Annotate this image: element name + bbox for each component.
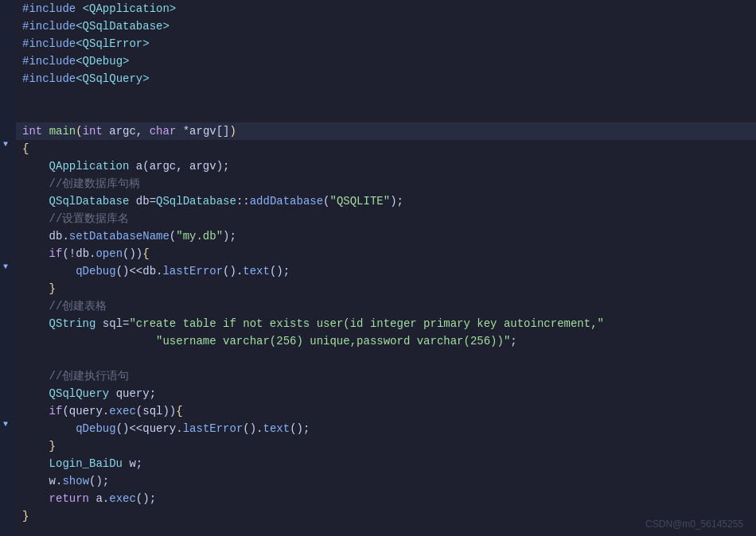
code-line: #include<QDebug> bbox=[16, 52, 756, 70]
code-line: QSqlQuery query; bbox=[16, 385, 756, 402]
code-line: #include <QApplication> bbox=[16, 0, 756, 17]
code-line: "username varchar(256) unique,password v… bbox=[16, 332, 756, 350]
collapse-arrow[interactable]: ▼ bbox=[3, 140, 8, 149]
code-content[interactable]: #include <QApplication>#include<QSqlData… bbox=[16, 0, 756, 536]
code-line: #include<QSqlError> bbox=[16, 35, 756, 52]
code-line: //创建数据库句柄 bbox=[16, 175, 756, 192]
code-line: int main(int argc, char *argv[]) bbox=[16, 122, 756, 140]
code-line: } bbox=[16, 280, 756, 297]
code-line: QApplication a(argc, argv); bbox=[16, 157, 756, 175]
code-line: qDebug()<<query.lastError().text(); bbox=[16, 420, 756, 437]
code-line: { bbox=[16, 140, 756, 157]
code-line: db.setDatabaseName("my.db"); bbox=[16, 227, 756, 245]
collapse-arrow[interactable]: ▼ bbox=[3, 420, 8, 429]
code-line bbox=[16, 105, 756, 122]
code-line: } bbox=[16, 437, 756, 455]
code-line: //创建执行语句 bbox=[16, 367, 756, 385]
code-line: w.show(); bbox=[16, 472, 756, 490]
code-line: //设置数据库名 bbox=[16, 210, 756, 227]
gutter: ▼▼▼ bbox=[0, 0, 16, 536]
code-editor: ▼▼▼ #include <QApplication>#include<QSql… bbox=[0, 0, 756, 536]
code-line: Login_BaiDu w; bbox=[16, 455, 756, 472]
code-line: return a.exec(); bbox=[16, 490, 756, 507]
watermark: CSDN@m0_56145255 bbox=[645, 519, 743, 530]
code-line: qDebug()<<db.lastError().text(); bbox=[16, 262, 756, 280]
code-line: #include<QSqlDatabase> bbox=[16, 17, 756, 35]
code-line: QString sql="create table if not exists … bbox=[16, 315, 756, 332]
code-line bbox=[16, 87, 756, 105]
code-line: #include<QSqlQuery> bbox=[16, 70, 756, 87]
code-line: if(!db.open()){ bbox=[16, 245, 756, 262]
code-line: if(query.exec(sql)){ bbox=[16, 402, 756, 420]
code-area: ▼▼▼ #include <QApplication>#include<QSql… bbox=[0, 0, 756, 536]
code-line: QSqlDatabase db=QSqlDatabase::addDatabas… bbox=[16, 192, 756, 210]
code-line bbox=[16, 350, 756, 367]
code-line: //创建表格 bbox=[16, 297, 756, 315]
collapse-arrow[interactable]: ▼ bbox=[3, 262, 8, 271]
